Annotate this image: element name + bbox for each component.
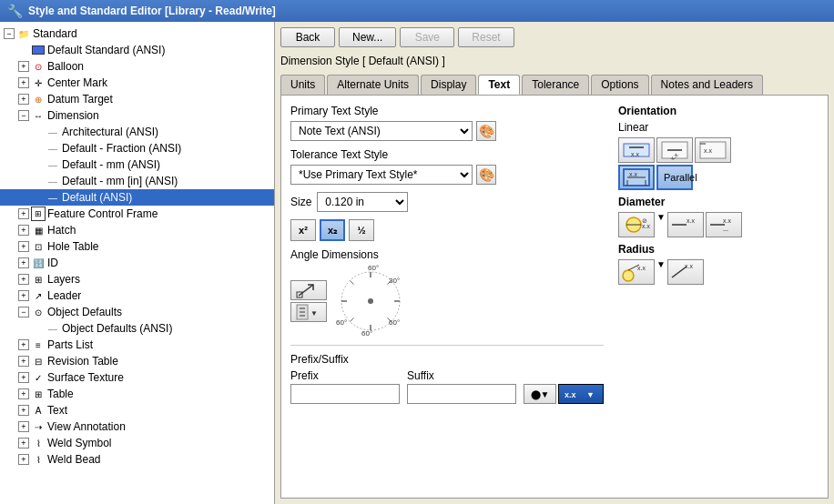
tab-options[interactable]: Options [591, 75, 648, 95]
tree-item-hatch[interactable]: ▦ Hatch [0, 222, 274, 238]
leader-icon: ↗ [31, 288, 46, 303]
format-fraction-button[interactable]: ½ [349, 219, 374, 241]
expand-text[interactable] [18, 405, 29, 416]
prefix-input[interactable] [290, 384, 400, 404]
linear-icon-4: x.x [622, 167, 651, 187]
tree-item-default-standard[interactable]: Default Standard (ANSI) [0, 42, 274, 58]
tree-item-hole-table[interactable]: ⊡ Hole Table [0, 238, 274, 255]
orientation-title: Orientation [618, 105, 819, 117]
tree-item-balloon[interactable]: ⊙ Balloon [0, 58, 274, 75]
expand-view-annotation[interactable] [18, 421, 29, 432]
linear-orient-btn-1[interactable]: x.x [618, 137, 655, 163]
tree-item-datum-target[interactable]: ⊕ Datum Target [0, 91, 274, 107]
tree-item-arch-ansi[interactable]: — Architectural (ANSI) [0, 124, 274, 140]
radius-btn-2[interactable]: x.x [667, 259, 704, 285]
tree-item-default-ansi[interactable]: — Default (ANSI) [0, 189, 274, 206]
expand-hole-table[interactable] [18, 241, 29, 252]
linear-orient-btn-2[interactable]: x.x [656, 137, 693, 163]
tab-display[interactable]: Display [421, 75, 476, 95]
primary-text-paint-button[interactable]: 🎨 [476, 121, 496, 141]
svg-text:x.x: x.x [637, 265, 646, 271]
save-button[interactable]: Save [400, 27, 454, 47]
expand-feature-control[interactable] [18, 208, 29, 219]
tree-item-table[interactable]: ⊞ Table [0, 386, 274, 402]
size-row: Size 0.120 in [290, 192, 604, 212]
tree-item-object-defaults[interactable]: ⊙ Object Defaults [0, 304, 274, 320]
tree-item-layers[interactable]: ⊞ Layers [0, 271, 274, 287]
tolerance-text-style-select[interactable]: *Use Primary Text Style* [290, 165, 473, 185]
expand-standard[interactable] [4, 28, 15, 39]
ps-dim-button[interactable]: x.x ▼ [558, 384, 604, 404]
size-select[interactable]: 0.120 in [317, 192, 408, 212]
expand-center-mark[interactable] [18, 77, 29, 88]
tree-item-feature-control[interactable]: ⊞ Feature Control Frame [0, 206, 274, 222]
expand-weld-bead[interactable] [18, 454, 29, 465]
svg-text:▼: ▼ [310, 309, 318, 318]
format-subscript-button[interactable]: x₂ [320, 219, 345, 241]
tree-item-weld-bead[interactable]: ⌇ Weld Bead [0, 451, 274, 468]
tab-text[interactable]: Text [478, 75, 520, 95]
linear-orient-btn-4[interactable]: x.x [618, 165, 655, 190]
tree-item-view-annotation[interactable]: ⇢ View Annotation [0, 418, 274, 435]
expand-weld-symbol[interactable] [18, 438, 29, 449]
expand-revision-table[interactable] [18, 356, 29, 367]
ps-dots-button[interactable]: ⬤▼ [524, 384, 556, 404]
expand-dimension[interactable] [18, 110, 29, 121]
tree-item-default-frac[interactable]: — Default - Fraction (ANSI) [0, 140, 274, 156]
window-title: Style and Standard Editor [Library - Rea… [28, 5, 276, 17]
expand-datum-target[interactable] [18, 94, 29, 105]
tree-item-standard[interactable]: 📁 Standard [0, 25, 274, 42]
svg-text:x.x: x.x [687, 217, 695, 224]
expand-balloon[interactable] [18, 61, 29, 72]
tree-item-center-mark[interactable]: ✛ Center Mark [0, 75, 274, 91]
breadcrumb: Dimension Style [ Default (ANSI) ] [280, 53, 829, 69]
back-button[interactable]: Back [280, 27, 335, 47]
tree-item-weld-symbol[interactable]: ⌇ Weld Symbol [0, 435, 274, 451]
tree-item-text[interactable]: A Text [0, 402, 274, 418]
linear-orient-btn-3[interactable]: x.x [695, 137, 731, 163]
tolerance-text-paint-button[interactable]: 🎨 [476, 165, 496, 185]
suffix-input[interactable] [407, 384, 516, 404]
tree-item-revision-table[interactable]: ⊟ Revision Table [0, 353, 274, 369]
weld-symbol-icon: ⌇ [31, 436, 46, 450]
parallel-button[interactable]: Parallel [656, 165, 693, 190]
diameter-btn-2[interactable]: x.x [667, 212, 704, 237]
tab-alternate-units[interactable]: Alternate Units [327, 75, 419, 95]
view-annotation-icon: ⇢ [31, 419, 46, 434]
tab-tolerance[interactable]: Tolerance [522, 75, 589, 95]
expand-hatch[interactable] [18, 225, 29, 236]
diameter-btn-3[interactable]: x.x — [706, 212, 742, 237]
angle-layout: ▼ [290, 265, 604, 338]
expand-surface-texture[interactable] [18, 372, 29, 383]
angle-btn-1[interactable] [290, 280, 327, 300]
svg-point-47 [623, 270, 634, 281]
tree-item-dimension[interactable]: ↔ Dimension [0, 107, 274, 124]
radius-btn-1[interactable]: x.x [618, 259, 655, 285]
diameter-btn-1[interactable]: ⊘ x.x [618, 212, 655, 237]
tree-label-default-ansi: Default (ANSI) [62, 191, 132, 204]
tree-item-object-defaults-ansi[interactable]: — Object Defaults (ANSI) [0, 320, 274, 337]
tree-item-id[interactable]: 🔢 ID [0, 255, 274, 271]
new-button[interactable]: New... [339, 27, 396, 47]
primary-text-style-select[interactable]: Note Text (ANSI) [290, 121, 473, 141]
radius-icon-2: x.x [670, 261, 701, 283]
format-superscript-button[interactable]: x² [290, 219, 316, 241]
expand-object-defaults[interactable] [18, 307, 29, 318]
tab-units[interactable]: Units [280, 75, 325, 95]
tree-item-surface-texture[interactable]: ✓ Surface Texture [0, 369, 274, 386]
tree-item-parts-list[interactable]: ≡ Parts List [0, 337, 274, 353]
tree-item-default-mm[interactable]: — Default - mm (ANSI) [0, 156, 274, 173]
reset-button[interactable]: Reset [458, 27, 514, 47]
angle-btn-2[interactable]: ▼ [290, 302, 327, 322]
text-format-row: x² x₂ ½ [290, 219, 604, 241]
expand-parts-list[interactable] [18, 339, 29, 350]
expand-id[interactable] [18, 257, 29, 268]
svg-text:60°: 60° [389, 318, 400, 327]
expand-table[interactable] [18, 388, 29, 399]
tab-notes-leaders[interactable]: Notes and Leaders [651, 75, 763, 95]
linear-icon-2: x.x [660, 140, 689, 160]
tree-item-leader[interactable]: ↗ Leader [0, 287, 274, 304]
tree-item-default-mm-in[interactable]: — Default - mm [in] (ANSI) [0, 173, 274, 189]
expand-layers[interactable] [18, 274, 29, 285]
expand-leader[interactable] [18, 290, 29, 301]
